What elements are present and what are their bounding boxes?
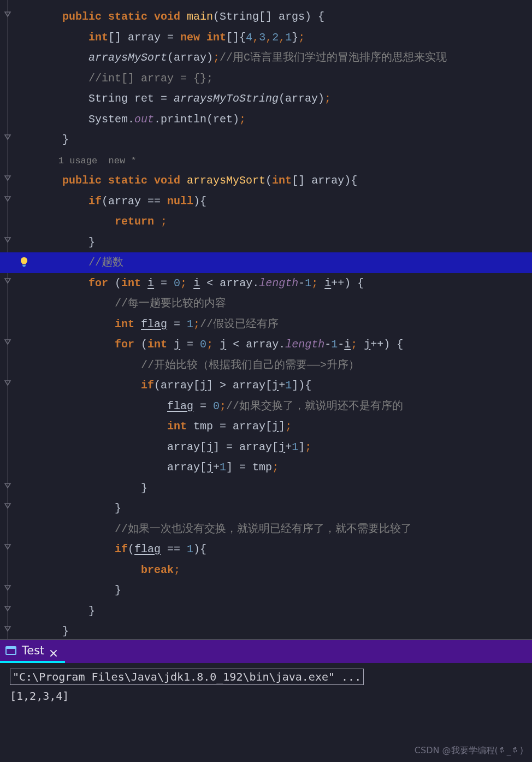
fold-toggle-icon[interactable] [3, 501, 12, 510]
code-line[interactable]: arraysMySort(array);//用C语言里我们学过的冒泡排序的思想来… [16, 48, 532, 68]
code-line[interactable]: for (int j = 0; j < array.length-1-i; j+… [16, 334, 532, 355]
code-line[interactable]: System.out.println(ret); [16, 109, 532, 130]
code-line[interactable]: } [16, 601, 532, 622]
code-editor[interactable]: public static void main(String[] args) {… [0, 0, 532, 639]
code-line[interactable]: if(array[j] > array[j+1]){ [16, 375, 532, 396]
code-line[interactable]: flag = 0;//如果交换了，就说明还不是有序的 [16, 396, 532, 417]
code-line[interactable]: public static void arraysMySort(int[] ar… [16, 170, 532, 191]
code-line[interactable]: array[j+1] = tmp; [16, 457, 532, 478]
fold-toggle-icon[interactable] [3, 624, 12, 633]
watermark-text: CSDN @我要学编程(ಥ_ಥ) [415, 745, 523, 757]
code-line[interactable]: //每一趟要比较的内容 [16, 293, 532, 314]
code-line[interactable]: String ret = arraysMyToString(array); [16, 88, 532, 109]
svg-rect-0 [22, 265, 26, 266]
svg-rect-3 [6, 647, 16, 649]
fold-toggle-icon[interactable] [3, 194, 12, 203]
run-tab-test[interactable]: Test [0, 640, 65, 663]
fold-toggle-icon[interactable] [3, 542, 12, 551]
fold-toggle-icon[interactable] [3, 338, 12, 346]
code-line[interactable]: int[] array = new int[]{4,3,2,1}; [16, 27, 532, 48]
code-line[interactable]: //趟数 [16, 252, 532, 273]
code-line[interactable]: public static void main(String[] args) { [16, 7, 532, 27]
code-line[interactable]: if(flag == 1){ [16, 539, 532, 560]
code-line[interactable]: } [16, 478, 532, 499]
close-icon[interactable] [50, 647, 57, 654]
run-tab-bar: Test [0, 639, 532, 663]
code-line[interactable]: break; [16, 560, 532, 581]
fold-toggle-icon[interactable] [3, 235, 12, 244]
code-line[interactable]: int flag = 1;//假设已经有序 [16, 314, 532, 335]
console-command: "C:\Program Files\Java\jdk1.8.0_192\bin\… [10, 669, 364, 685]
run-tab-label: Test [22, 644, 44, 657]
console-result: [1,2,3,4] [10, 689, 522, 702]
code-line[interactable]: //int[] array = {}; [16, 68, 532, 89]
fold-toggle-icon[interactable] [3, 174, 12, 182]
code-area[interactable]: public static void main(String[] args) {… [16, 7, 532, 639]
code-line[interactable]: //如果一次也没有交换，就说明已经有序了，就不需要比较了 [16, 519, 532, 540]
fold-toggle-icon[interactable] [3, 133, 12, 141]
code-line[interactable]: 1 usage new * [16, 150, 532, 171]
fold-toggle-icon[interactable] [3, 583, 12, 592]
fold-toggle-icon[interactable] [3, 276, 12, 285]
code-line[interactable]: } [16, 232, 532, 253]
code-line[interactable]: return ; [16, 211, 532, 232]
code-line[interactable]: if(array == null){ [16, 191, 532, 212]
lightbulb-icon[interactable] [18, 256, 30, 268]
svg-rect-1 [23, 267, 26, 268]
code-line[interactable]: } [16, 621, 532, 639]
fold-toggle-icon[interactable] [3, 10, 12, 19]
usage-annotation[interactable]: 1 usage new * [36, 156, 137, 166]
fold-toggle-icon[interactable] [3, 379, 12, 387]
code-line[interactable]: } [16, 580, 532, 601]
fold-toggle-icon[interactable] [3, 481, 12, 490]
code-line[interactable]: int tmp = array[j]; [16, 416, 532, 437]
fold-toggle-icon[interactable] [3, 604, 12, 613]
code-line[interactable]: array[j] = array[j+1]; [16, 437, 532, 458]
gutter [0, 0, 16, 639]
code-line[interactable]: } [16, 498, 532, 519]
code-line[interactable]: //开始比较（根据我们自己的需要——>升序） [16, 355, 532, 376]
code-line[interactable]: } [16, 129, 532, 150]
code-line[interactable]: for (int i = 0; i < array.length-1; i++)… [16, 273, 532, 294]
run-window-icon [5, 645, 16, 656]
